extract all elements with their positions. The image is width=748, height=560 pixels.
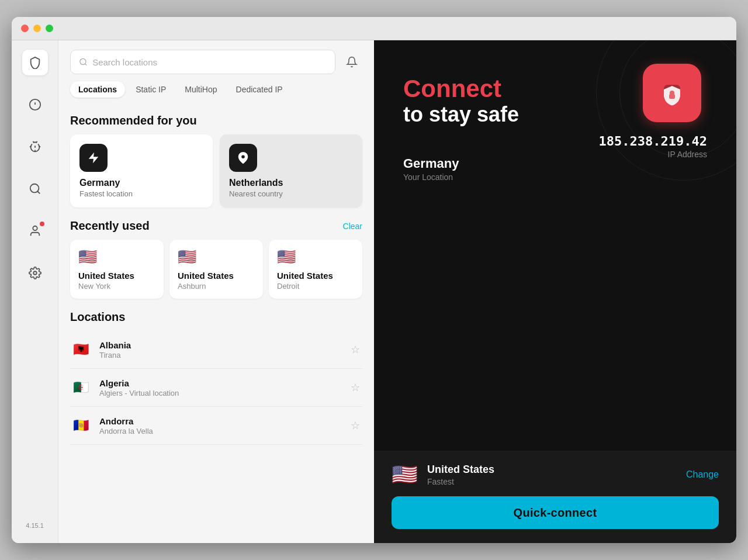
tab-dedicated-ip[interactable]: Dedicated IP	[228, 81, 291, 98]
location-city-andorra: Andorra la Vella	[99, 427, 340, 435]
window-controls[interactable]	[21, 25, 53, 32]
current-flag: 🇺🇸	[392, 462, 418, 487]
recommended-card-netherlands[interactable]: Netherlands Nearest country	[220, 134, 362, 208]
sidebar-item-alert[interactable]	[22, 92, 48, 117]
svg-point-7	[80, 58, 86, 64]
rec-country-netherlands: Netherlands	[229, 178, 353, 188]
your-location-country: Germany	[403, 156, 707, 171]
tab-multihop[interactable]: MultiHop	[176, 81, 225, 98]
recent-cards: 🇺🇸 United States New York 🇺🇸 United Stat…	[70, 240, 362, 299]
flag-andorra: 🇦🇩	[70, 415, 91, 436]
sidebar-item-search[interactable]	[22, 176, 48, 202]
svg-point-5	[33, 226, 37, 230]
svg-point-10	[241, 155, 245, 158]
scroll-area: Recommended for you Germany Fastest loca…	[58, 105, 374, 543]
recent-card-detroit[interactable]: 🇺🇸 United States Detroit	[269, 240, 362, 299]
connect-section: Connect to stay safe Germany Your Locati…	[374, 40, 736, 451]
recommended-title: Recommended for you	[70, 114, 362, 127]
connect-subtitle: to stay safe	[403, 102, 707, 127]
your-location-label: Your Location	[403, 172, 707, 182]
recent-city-ny: New York	[78, 282, 155, 291]
quick-connect-button[interactable]: Quick-connect	[392, 496, 719, 529]
rec-label-germany: Fastest location	[79, 189, 203, 198]
bottom-bar: 🇺🇸 United States Fastest Change Quick-co…	[374, 451, 736, 543]
tab-static-ip[interactable]: Static IP	[127, 81, 174, 98]
recent-card-ashburn[interactable]: 🇺🇸 United States Ashburn	[169, 240, 263, 299]
sidebar-item-identity[interactable]	[22, 218, 48, 244]
recommended-cards: Germany Fastest location Netherlands Nea…	[70, 134, 362, 208]
flag-us-ny: 🇺🇸	[78, 248, 155, 266]
tabs: Locations Static IP MultiHop Dedicated I…	[58, 81, 374, 105]
search-box[interactable]	[70, 50, 335, 74]
recent-country-ashburn: United States	[178, 271, 255, 281]
close-button[interactable]	[21, 25, 29, 32]
locations-list-title: Locations	[70, 310, 362, 324]
sidebar-item-bug[interactable]	[22, 134, 48, 160]
current-city: Fastest	[427, 477, 677, 486]
version-label: 4.15.1	[26, 522, 44, 529]
sidebar: 4.15.1	[12, 40, 58, 543]
location-name-algeria: Algeria	[99, 378, 340, 388]
flag-albania: 🇦🇱	[70, 339, 91, 360]
location-city-albania: Tirana	[99, 351, 340, 359]
current-country: United States	[427, 464, 677, 476]
recent-city-detroit: Detroit	[277, 282, 354, 291]
notification-badge	[40, 222, 44, 226]
pin-icon	[229, 144, 257, 172]
location-city-algeria: Algiers - Virtual location	[99, 389, 340, 397]
svg-line-8	[85, 64, 86, 65]
titlebar	[12, 17, 736, 40]
recent-city-ashburn: Ashburn	[178, 282, 255, 291]
favorite-algeria-button[interactable]: ☆	[348, 379, 362, 396]
connect-title: Connect	[403, 75, 707, 102]
recent-country-ny: United States	[78, 271, 155, 281]
location-name-albania: Albania	[99, 340, 340, 350]
recent-card-new-york[interactable]: 🇺🇸 United States New York	[70, 240, 164, 299]
svg-point-6	[33, 271, 37, 275]
svg-line-4	[37, 191, 40, 193]
location-name-andorra: Andorra	[99, 416, 340, 426]
tab-locations[interactable]: Locations	[70, 81, 125, 98]
svg-point-3	[30, 184, 39, 193]
rec-label-netherlands: Nearest country	[229, 189, 353, 198]
clear-button[interactable]: Clear	[343, 222, 362, 231]
search-area	[58, 40, 374, 81]
svg-marker-9	[89, 153, 99, 163]
favorite-andorra-button[interactable]: ☆	[348, 417, 362, 434]
location-panel: Locations Static IP MultiHop Dedicated I…	[58, 40, 374, 543]
list-item[interactable]: 🇩🇿 Algeria Algiers - Virtual location ☆	[70, 369, 362, 407]
search-icon	[79, 57, 88, 67]
recently-used-title: Recently used	[70, 219, 150, 233]
recommended-card-germany[interactable]: Germany Fastest location	[70, 134, 213, 208]
flag-us-ashburn: 🇺🇸	[178, 248, 255, 266]
search-input[interactable]	[92, 57, 327, 67]
minimize-button[interactable]	[33, 25, 41, 32]
rec-country-germany: Germany	[79, 178, 203, 188]
your-location-info: Germany Your Location	[403, 156, 707, 182]
flag-us-detroit: 🇺🇸	[277, 248, 354, 266]
flag-algeria: 🇩🇿	[70, 377, 91, 398]
right-panel: Connect to stay safe Germany Your Locati…	[374, 40, 736, 543]
list-item[interactable]: 🇦🇱 Albania Tirana ☆	[70, 331, 362, 369]
favorite-albania-button[interactable]: ☆	[348, 341, 362, 358]
list-item[interactable]: 🇦🇩 Andorra Andorra la Vella ☆	[70, 407, 362, 445]
notification-bell-icon[interactable]	[341, 51, 362, 72]
current-location-row: 🇺🇸 United States Fastest Change	[392, 462, 719, 487]
sidebar-item-vpn[interactable]	[22, 50, 48, 75]
recently-used-header: Recently used Clear	[70, 219, 362, 233]
sidebar-item-settings[interactable]	[22, 260, 48, 286]
maximize-button[interactable]	[46, 25, 53, 32]
change-location-button[interactable]: Change	[686, 469, 719, 480]
lightning-icon	[79, 144, 108, 172]
recent-country-detroit: United States	[277, 271, 354, 281]
